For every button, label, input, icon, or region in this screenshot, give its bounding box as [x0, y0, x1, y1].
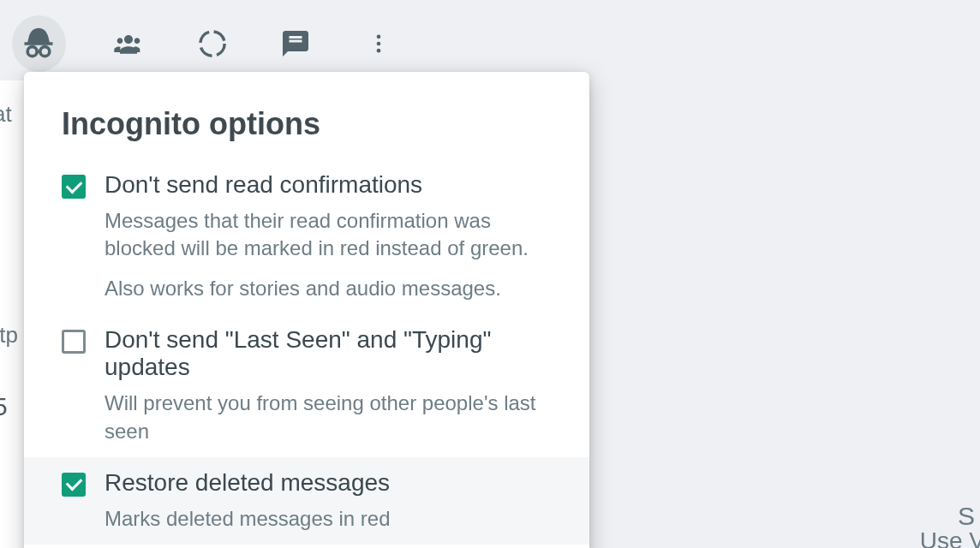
group-button[interactable]	[109, 22, 149, 65]
option-title: Don't send read confirmations	[105, 171, 422, 199]
status-button[interactable]	[192, 22, 232, 65]
bg-text-fragment: at	[0, 101, 12, 128]
option-title: Don't send "Last Seen" and "Typing" upda…	[105, 326, 552, 381]
svg-point-0	[27, 47, 37, 57]
checkbox-read-confirmations[interactable]	[62, 175, 86, 199]
checkbox-restore-deleted[interactable]	[62, 473, 86, 497]
option-restore-deleted[interactable]: Restore deleted messages Marks deleted m…	[24, 457, 589, 545]
dialog-title: Incognito options	[24, 72, 589, 159]
svg-point-4	[377, 35, 381, 39]
svg-point-6	[377, 49, 381, 53]
bg-text-fragment: 5	[0, 392, 8, 421]
chat-icon	[280, 28, 311, 59]
option-description: Marks deleted messages in red	[105, 505, 552, 533]
group-icon	[111, 27, 146, 61]
status-icon	[198, 29, 227, 58]
svg-point-1	[40, 47, 50, 57]
more-button[interactable]	[359, 22, 399, 65]
incognito-button[interactable]	[12, 15, 66, 72]
option-description: Also works for stories and audio message…	[105, 275, 552, 302]
incognito-options-dialog: Incognito options Don't send read confir…	[24, 72, 589, 548]
dialog-footer: Next >	[24, 545, 589, 548]
toolbar	[0, 0, 411, 80]
incognito-icon	[20, 25, 57, 63]
option-description: Will prevent you from seeing other peopl…	[105, 390, 552, 445]
bg-text-fragment: S	[958, 502, 975, 531]
option-last-seen-typing[interactable]: Don't send "Last Seen" and "Typing" upda…	[24, 314, 589, 457]
more-vertical-icon	[367, 32, 391, 56]
svg-point-5	[377, 42, 381, 46]
option-description: Messages that their read confirmation wa…	[105, 207, 552, 263]
checkbox-last-seen-typing[interactable]	[62, 330, 86, 354]
option-title: Restore deleted messages	[105, 469, 390, 497]
chat-button[interactable]	[275, 22, 315, 65]
option-read-confirmations[interactable]: Don't send read confirmations Messages t…	[24, 159, 589, 314]
bg-text-fragment: Use V	[920, 527, 980, 548]
bg-text-fragment: ttp	[0, 322, 18, 348]
svg-point-3	[200, 32, 224, 56]
